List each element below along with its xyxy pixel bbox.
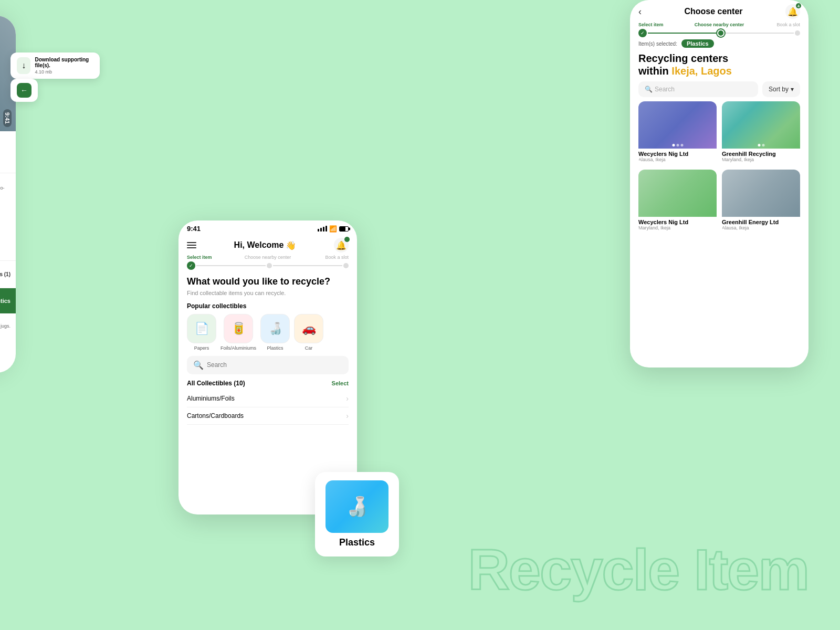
collectible-foils[interactable]: 🥫 Foils/Aluminiums [220,314,256,351]
signal-bar-4 [326,226,327,232]
aluminiums-name: Aluminiums/Foils [187,395,235,402]
center-card-3[interactable]: Wecyclers Nig Ltd Maryland, Ikeja [638,170,717,233]
screen3-centers-grid: Wecyclers Nig Ltd Alausa, Ikeja Greenhil… [630,101,808,233]
center-location-3: Maryland, Ikeja [638,225,717,230]
screen3-heading: Recycling centers within Ikeja, Lagos [630,50,808,81]
center-card-2[interactable]: Greenhill Recycling Maryland, Ikeja [722,101,800,164]
screen2-collectibles-title: All Collectibles (10) [187,380,245,387]
screen1-brief-content: Brief Info Greenhill's recycling is a fo… [0,178,9,204]
screen3-top-bar: ‹ Choose center 🔔 4 [630,0,808,21]
img-dot [676,144,679,146]
screen2-search-wrap: 🔍 [187,356,349,374]
screen3-progress-line2 [726,33,794,34]
collectible-papers[interactable]: 📄 Papers [187,314,216,351]
screen2-greeting-wrap: Hi, Welcome 👋 [234,240,297,250]
screen3-step2-dot [717,29,724,37]
screen2-question-title: What would you like to recycle? [187,276,349,288]
collectible-item-cartons[interactable]: Cartons/Cardboards › [187,407,349,425]
screen1-plastics-panel: Plastics [0,288,16,313]
download-size: 4.10 mb [35,69,93,75]
screen3-step2-label: Choose nearby center [692,22,747,27]
screen1-time: 9:41 [3,109,12,127]
screen3-back-button[interactable]: ‹ [638,6,642,17]
wave-emoji-icon: 👋 [286,240,296,250]
download-widget: ↓ Download supporting file(s). 4.10 mb [10,52,100,79]
center-image-2 [722,101,800,149]
screen2-step3-label: Book a slot [295,255,349,260]
center-location-1: Alausa, Ikeja [638,157,717,162]
screen2-select-button[interactable]: Select [332,380,349,386]
screen3-search-box[interactable]: 🔍 Search [638,81,758,97]
cartons-name: Cartons/Cardboards [187,412,244,419]
collectible-car[interactable]: 🚗 Car [294,314,323,351]
plastics-bottles-visual: 🍶 [326,480,388,533]
search-icon-2: 🔍 [645,86,653,93]
download-title: Download supporting file(s). [35,57,93,68]
plastics-large-card[interactable]: 🍶 Plastics [315,472,399,556]
screen1-see-all[interactable]: See all collectibles ↓ [0,199,9,204]
back-widget: ← [10,79,38,102]
screen2-question-subtitle: Find collectable items you can recycle. [187,290,349,296]
screen2-greeting: Hi, Welcome [234,240,284,250]
collectible-plastics[interactable]: 🍶 Plastics [260,314,290,351]
screen2-phone: 9:41 📶 Hi, Welcome 👋 🔔 [178,220,357,514]
screen3-heading-line1: Recycling centers [638,52,728,64]
screen3-sort-box[interactable]: Sort by ▾ [762,81,800,97]
hamburger-button[interactable] [187,242,196,248]
center-location-2: Maryland, Ikeja [722,157,800,162]
screen2-all-collectibles: All Collectibles (10) Select Aluminiums/… [178,377,357,427]
center-card-1[interactable]: Wecyclers Nig Ltd Alausa, Ikeja [638,101,717,164]
center-card-4[interactable]: Greenhill Energy Ltd Alausa, Ikeja [722,170,800,233]
foils-label: Foils/Aluminiums [220,345,256,351]
wifi-icon: 📶 [329,225,337,233]
screen2-search-input[interactable] [207,361,342,369]
screen1-brief-title: Brief Info [0,178,7,185]
center-image-3 [638,170,717,217]
checkmark-icon-3: ✓ [640,30,645,36]
screen2-popular-title: Popular collectibles [187,302,349,310]
papers-label: Papers [194,345,209,351]
plastics-card-label: Plastics [323,537,391,548]
signal-bar-1 [318,229,319,232]
screen3-notification-button[interactable]: 🔔 4 [785,4,800,19]
bell-icon-2: 🔔 [788,7,798,17]
center-name-3: Wecyclers Nig Ltd [638,219,717,225]
collectible-item-aluminiums[interactable]: Aluminiums/Foils › [187,390,349,407]
screen2-search-section: 🔍 [178,353,357,377]
center-info-3: Wecyclers Nig Ltd Maryland, Ikeja [638,217,717,233]
screen3-steps-bar: ✓ [638,29,800,37]
screen2-notification-button[interactable]: 🔔 [334,238,349,253]
back-button[interactable]: ← [17,83,32,98]
screen3-progress-line1 [648,33,716,34]
screen2-progress-line2 [273,265,342,266]
screen3-step3-dot [795,30,800,36]
hamburger-line [187,247,196,248]
screen2-notification-badge [344,237,350,242]
screen1-selected-panel: Selected Items (1) [0,261,16,288]
center-info-4: Greenhill Energy Ltd Alausa, Ikeja [722,217,800,233]
screen1-brief-text: Greenhill's recycling is a for-profit co… [0,185,9,199]
img-dot [680,144,683,146]
screen2-collectibles-row: 📄 Papers 🥫 Foils/Aluminiums 🍶 Plastics 🚗… [187,314,349,351]
screen1-valid-title: Valid Items [0,318,8,323]
plastics-circle: 🍶 [260,314,290,343]
center-image-4 [722,170,800,217]
screen3-heading-text: Recycling centers within Ikeja, Lagos [638,52,800,77]
plastics-label: Plastics [267,345,284,351]
screen3-steps-labels: Select item Choose nearby center Book a … [638,22,800,27]
center-info-1: Wecyclers Nig Ltd Alausa, Ikeja [638,149,717,164]
screen2-question-section: What would you like to recycle? Find col… [178,270,357,298]
screen1-recycler-info: Wecyclers Recycling Maryland, Ikeja ★ 4.… [0,131,16,173]
screen3-step3-label: Book a slot [746,22,800,27]
screen2-status-bar: 9:41 📶 [178,220,357,235]
chevron-right-icon: › [346,394,349,403]
screen1-brief-panel: Brief Info Greenhill's recycling is a fo… [0,173,16,261]
screen3-sort-label: Sort by [769,86,789,93]
screen2-header: Hi, Welcome 👋 🔔 [178,235,357,253]
screen3-heading-location: Ikeja, Lagos [671,65,732,77]
screen3-step1-label: Select item [638,22,692,27]
screen2-progress-line1 [196,265,266,266]
center-location-4: Alausa, Ikeja [722,225,800,230]
car-label: Car [305,345,313,351]
screen3-step1-dot: ✓ [638,29,647,37]
